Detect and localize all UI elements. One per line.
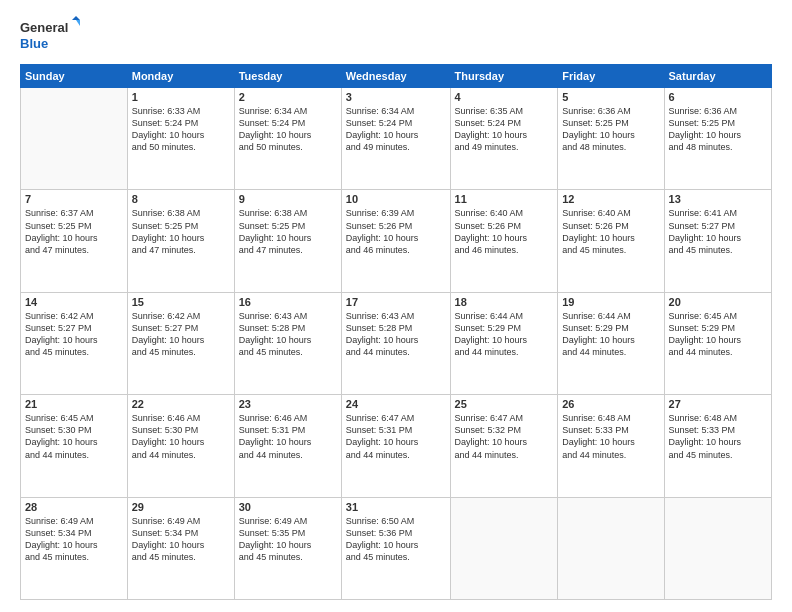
calendar-cell: 18Sunrise: 6:44 AMSunset: 5:29 PMDayligh… xyxy=(450,292,558,394)
day-number: 3 xyxy=(346,91,446,103)
day-info: Sunrise: 6:39 AMSunset: 5:26 PMDaylight:… xyxy=(346,207,446,256)
day-info: Sunrise: 6:40 AMSunset: 5:26 PMDaylight:… xyxy=(562,207,659,256)
calendar-week-row: 1Sunrise: 6:33 AMSunset: 5:24 PMDaylight… xyxy=(21,88,772,190)
day-number: 19 xyxy=(562,296,659,308)
day-number: 10 xyxy=(346,193,446,205)
day-info: Sunrise: 6:49 AMSunset: 5:35 PMDaylight:… xyxy=(239,515,337,564)
svg-marker-2 xyxy=(72,16,80,20)
day-info: Sunrise: 6:44 AMSunset: 5:29 PMDaylight:… xyxy=(562,310,659,359)
day-number: 11 xyxy=(455,193,554,205)
calendar-cell: 26Sunrise: 6:48 AMSunset: 5:33 PMDayligh… xyxy=(558,395,664,497)
calendar-header: SundayMondayTuesdayWednesdayThursdayFrid… xyxy=(21,65,772,88)
day-info: Sunrise: 6:34 AMSunset: 5:24 PMDaylight:… xyxy=(346,105,446,154)
calendar-week-row: 7Sunrise: 6:37 AMSunset: 5:25 PMDaylight… xyxy=(21,190,772,292)
calendar-cell xyxy=(558,497,664,599)
day-info: Sunrise: 6:45 AMSunset: 5:30 PMDaylight:… xyxy=(25,412,123,461)
day-number: 31 xyxy=(346,501,446,513)
day-number: 7 xyxy=(25,193,123,205)
header: General Blue xyxy=(20,16,772,56)
day-info: Sunrise: 6:36 AMSunset: 5:25 PMDaylight:… xyxy=(669,105,767,154)
calendar-cell: 27Sunrise: 6:48 AMSunset: 5:33 PMDayligh… xyxy=(664,395,771,497)
calendar-cell: 5Sunrise: 6:36 AMSunset: 5:25 PMDaylight… xyxy=(558,88,664,190)
weekday-header-wednesday: Wednesday xyxy=(341,65,450,88)
day-number: 23 xyxy=(239,398,337,410)
calendar-cell: 25Sunrise: 6:47 AMSunset: 5:32 PMDayligh… xyxy=(450,395,558,497)
day-info: Sunrise: 6:48 AMSunset: 5:33 PMDaylight:… xyxy=(669,412,767,461)
calendar-cell: 28Sunrise: 6:49 AMSunset: 5:34 PMDayligh… xyxy=(21,497,128,599)
day-info: Sunrise: 6:38 AMSunset: 5:25 PMDaylight:… xyxy=(239,207,337,256)
calendar-cell: 3Sunrise: 6:34 AMSunset: 5:24 PMDaylight… xyxy=(341,88,450,190)
calendar-week-row: 14Sunrise: 6:42 AMSunset: 5:27 PMDayligh… xyxy=(21,292,772,394)
calendar-cell: 12Sunrise: 6:40 AMSunset: 5:26 PMDayligh… xyxy=(558,190,664,292)
calendar-cell: 20Sunrise: 6:45 AMSunset: 5:29 PMDayligh… xyxy=(664,292,771,394)
day-info: Sunrise: 6:46 AMSunset: 5:31 PMDaylight:… xyxy=(239,412,337,461)
weekday-header-tuesday: Tuesday xyxy=(234,65,341,88)
day-number: 29 xyxy=(132,501,230,513)
calendar-cell: 17Sunrise: 6:43 AMSunset: 5:28 PMDayligh… xyxy=(341,292,450,394)
calendar-cell: 8Sunrise: 6:38 AMSunset: 5:25 PMDaylight… xyxy=(127,190,234,292)
calendar-cell: 19Sunrise: 6:44 AMSunset: 5:29 PMDayligh… xyxy=(558,292,664,394)
day-info: Sunrise: 6:34 AMSunset: 5:24 PMDaylight:… xyxy=(239,105,337,154)
day-number: 17 xyxy=(346,296,446,308)
svg-text:Blue: Blue xyxy=(20,36,48,51)
day-info: Sunrise: 6:43 AMSunset: 5:28 PMDaylight:… xyxy=(239,310,337,359)
calendar-cell: 13Sunrise: 6:41 AMSunset: 5:27 PMDayligh… xyxy=(664,190,771,292)
calendar-week-row: 28Sunrise: 6:49 AMSunset: 5:34 PMDayligh… xyxy=(21,497,772,599)
day-info: Sunrise: 6:47 AMSunset: 5:32 PMDaylight:… xyxy=(455,412,554,461)
day-number: 4 xyxy=(455,91,554,103)
calendar-cell: 21Sunrise: 6:45 AMSunset: 5:30 PMDayligh… xyxy=(21,395,128,497)
day-number: 24 xyxy=(346,398,446,410)
calendar-cell: 2Sunrise: 6:34 AMSunset: 5:24 PMDaylight… xyxy=(234,88,341,190)
calendar-cell xyxy=(450,497,558,599)
day-number: 26 xyxy=(562,398,659,410)
calendar-cell: 22Sunrise: 6:46 AMSunset: 5:30 PMDayligh… xyxy=(127,395,234,497)
day-info: Sunrise: 6:47 AMSunset: 5:31 PMDaylight:… xyxy=(346,412,446,461)
weekday-header-row: SundayMondayTuesdayWednesdayThursdayFrid… xyxy=(21,65,772,88)
day-info: Sunrise: 6:48 AMSunset: 5:33 PMDaylight:… xyxy=(562,412,659,461)
day-number: 28 xyxy=(25,501,123,513)
svg-text:General: General xyxy=(20,20,68,35)
calendar-cell: 24Sunrise: 6:47 AMSunset: 5:31 PMDayligh… xyxy=(341,395,450,497)
day-info: Sunrise: 6:37 AMSunset: 5:25 PMDaylight:… xyxy=(25,207,123,256)
day-number: 9 xyxy=(239,193,337,205)
day-info: Sunrise: 6:45 AMSunset: 5:29 PMDaylight:… xyxy=(669,310,767,359)
calendar-cell: 23Sunrise: 6:46 AMSunset: 5:31 PMDayligh… xyxy=(234,395,341,497)
day-number: 25 xyxy=(455,398,554,410)
day-number: 1 xyxy=(132,91,230,103)
calendar-cell xyxy=(21,88,128,190)
day-info: Sunrise: 6:38 AMSunset: 5:25 PMDaylight:… xyxy=(132,207,230,256)
svg-marker-3 xyxy=(76,20,80,26)
calendar-cell: 6Sunrise: 6:36 AMSunset: 5:25 PMDaylight… xyxy=(664,88,771,190)
day-info: Sunrise: 6:49 AMSunset: 5:34 PMDaylight:… xyxy=(25,515,123,564)
logo-svg: General Blue xyxy=(20,16,80,56)
day-info: Sunrise: 6:49 AMSunset: 5:34 PMDaylight:… xyxy=(132,515,230,564)
day-number: 18 xyxy=(455,296,554,308)
day-number: 12 xyxy=(562,193,659,205)
weekday-header-saturday: Saturday xyxy=(664,65,771,88)
calendar-cell: 16Sunrise: 6:43 AMSunset: 5:28 PMDayligh… xyxy=(234,292,341,394)
calendar-body: 1Sunrise: 6:33 AMSunset: 5:24 PMDaylight… xyxy=(21,88,772,600)
day-info: Sunrise: 6:44 AMSunset: 5:29 PMDaylight:… xyxy=(455,310,554,359)
calendar-table: SundayMondayTuesdayWednesdayThursdayFrid… xyxy=(20,64,772,600)
day-number: 27 xyxy=(669,398,767,410)
weekday-header-friday: Friday xyxy=(558,65,664,88)
day-number: 14 xyxy=(25,296,123,308)
calendar-cell: 7Sunrise: 6:37 AMSunset: 5:25 PMDaylight… xyxy=(21,190,128,292)
day-info: Sunrise: 6:42 AMSunset: 5:27 PMDaylight:… xyxy=(25,310,123,359)
calendar-cell: 9Sunrise: 6:38 AMSunset: 5:25 PMDaylight… xyxy=(234,190,341,292)
day-info: Sunrise: 6:35 AMSunset: 5:24 PMDaylight:… xyxy=(455,105,554,154)
logo: General Blue xyxy=(20,16,80,56)
day-info: Sunrise: 6:36 AMSunset: 5:25 PMDaylight:… xyxy=(562,105,659,154)
calendar-cell: 11Sunrise: 6:40 AMSunset: 5:26 PMDayligh… xyxy=(450,190,558,292)
day-info: Sunrise: 6:50 AMSunset: 5:36 PMDaylight:… xyxy=(346,515,446,564)
day-number: 16 xyxy=(239,296,337,308)
day-number: 21 xyxy=(25,398,123,410)
day-number: 6 xyxy=(669,91,767,103)
day-info: Sunrise: 6:40 AMSunset: 5:26 PMDaylight:… xyxy=(455,207,554,256)
day-number: 8 xyxy=(132,193,230,205)
day-number: 13 xyxy=(669,193,767,205)
day-number: 30 xyxy=(239,501,337,513)
day-number: 22 xyxy=(132,398,230,410)
calendar-cell: 30Sunrise: 6:49 AMSunset: 5:35 PMDayligh… xyxy=(234,497,341,599)
day-info: Sunrise: 6:46 AMSunset: 5:30 PMDaylight:… xyxy=(132,412,230,461)
